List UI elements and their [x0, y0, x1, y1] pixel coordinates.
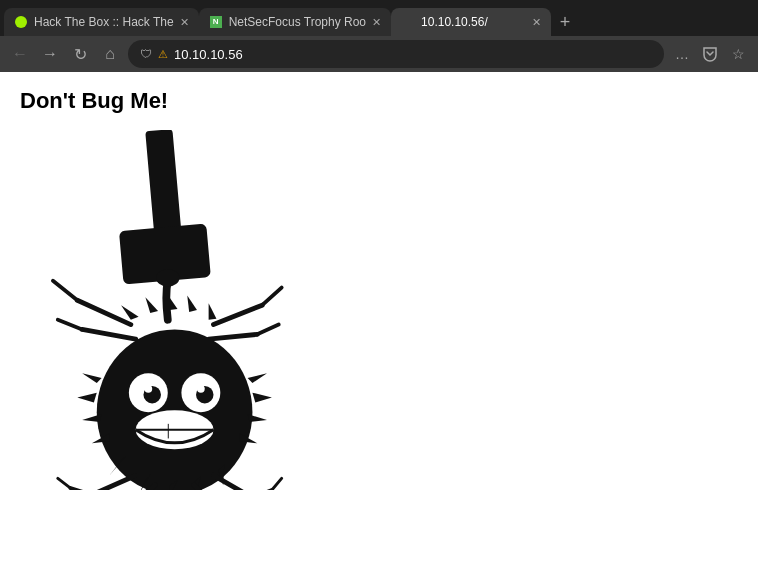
tab-nsf-close[interactable]: ✕: [372, 16, 381, 29]
forward-button[interactable]: →: [38, 42, 62, 66]
new-tab-button[interactable]: +: [551, 8, 579, 36]
svg-line-41: [70, 488, 91, 490]
page-content: Don't Bug Me!: [0, 72, 758, 571]
overflow-menu-button[interactable]: …: [670, 42, 694, 66]
address-input-wrapper[interactable]: 🛡 ⚠ 10.10.10.56: [128, 40, 664, 68]
tab-htb[interactable]: Hack The Box :: Hack The ✕: [4, 8, 199, 36]
svg-marker-16: [252, 393, 271, 403]
svg-line-42: [58, 478, 71, 488]
security-shield-icon: 🛡: [140, 47, 152, 61]
svg-line-4: [82, 329, 136, 339]
bookmark-star-button[interactable]: ☆: [726, 42, 750, 66]
svg-marker-19: [121, 305, 139, 320]
reload-button[interactable]: ↻: [68, 42, 92, 66]
svg-line-2: [77, 300, 131, 324]
tab-ip-label: 10.10.10.56/: [421, 15, 526, 29]
svg-line-6: [214, 305, 263, 324]
pocket-button[interactable]: [698, 42, 722, 66]
tab-ip[interactable]: 10.10.10.56/ ✕: [391, 8, 551, 36]
browser-chrome: Hack The Box :: Hack The ✕ N NetSecFocus…: [0, 0, 758, 72]
page-title: Don't Bug Me!: [20, 88, 738, 114]
svg-marker-12: [77, 393, 96, 403]
warning-icon: ⚠: [158, 48, 168, 61]
bug-image-area: [20, 130, 738, 490]
svg-marker-23: [209, 303, 217, 320]
svg-line-8: [209, 334, 258, 339]
svg-rect-38: [168, 424, 169, 439]
address-bar: ← → ↻ ⌂ 🛡 ⚠ 10.10.10.56 … ☆: [0, 36, 758, 72]
svg-line-40: [92, 475, 136, 490]
tab-bar: Hack The Box :: Hack The ✕ N NetSecFocus…: [0, 0, 758, 36]
home-button[interactable]: ⌂: [98, 42, 122, 66]
svg-marker-15: [248, 373, 267, 383]
svg-marker-11: [82, 373, 101, 383]
back-button[interactable]: ←: [8, 42, 32, 66]
svg-point-34: [197, 385, 205, 393]
tab-nsf[interactable]: N NetSecFocus Trophy Roo ✕: [199, 8, 391, 36]
svg-line-7: [262, 288, 281, 306]
tab-nsf-label: NetSecFocus Trophy Roo: [229, 15, 366, 29]
svg-line-9: [257, 325, 278, 335]
svg-line-47: [272, 478, 282, 490]
tab-ip-close[interactable]: ✕: [532, 16, 541, 29]
svg-point-33: [144, 385, 152, 393]
toolbar-right: … ☆: [670, 42, 750, 66]
tab-htb-label: Hack The Box :: Hack The: [34, 15, 174, 29]
tab-htb-close[interactable]: ✕: [180, 16, 189, 29]
svg-marker-20: [145, 297, 158, 313]
address-display[interactable]: 10.10.10.56: [174, 47, 652, 62]
bug-illustration: [20, 130, 300, 490]
svg-line-3: [53, 281, 77, 300]
svg-line-5: [58, 320, 82, 330]
htb-favicon: [14, 15, 28, 29]
svg-line-45: [214, 475, 253, 490]
svg-point-50: [156, 269, 179, 287]
svg-marker-13: [82, 414, 101, 422]
svg-point-10: [97, 329, 253, 490]
nsf-favicon-container: N: [209, 15, 223, 29]
svg-marker-17: [248, 414, 267, 422]
ip-favicon: [401, 15, 415, 29]
svg-marker-22: [187, 295, 197, 312]
